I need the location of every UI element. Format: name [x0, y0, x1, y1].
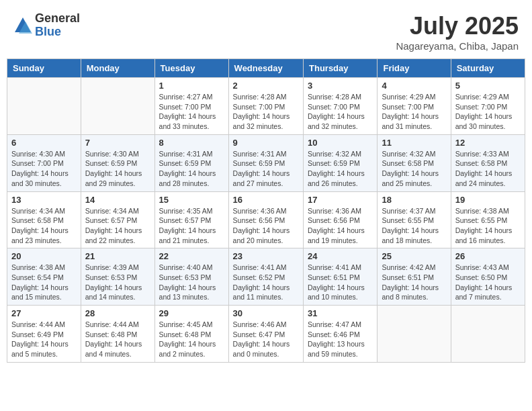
day-info: Sunrise: 4:46 AM Sunset: 6:47 PM Dayligh… [233, 320, 299, 359]
calendar-cell: 2Sunrise: 4:28 AM Sunset: 7:00 PM Daylig… [228, 78, 303, 135]
location: Nagareyama, Chiba, Japan [396, 40, 519, 52]
day-info: Sunrise: 4:28 AM Sunset: 7:00 PM Dayligh… [233, 92, 299, 132]
day-number: 14 [85, 195, 150, 205]
calendar-header: SundayMondayTuesdayWednesdayThursdayFrid… [7, 59, 525, 78]
calendar-cell: 3Sunrise: 4:28 AM Sunset: 7:00 PM Daylig… [304, 78, 378, 135]
calendar-cell: 27Sunrise: 4:44 AM Sunset: 6:49 PM Dayli… [7, 306, 81, 363]
day-number: 31 [308, 308, 373, 318]
calendar-cell: 24Sunrise: 4:41 AM Sunset: 6:51 PM Dayli… [304, 248, 378, 306]
calendar-cell: 7Sunrise: 4:30 AM Sunset: 6:59 PM Daylig… [81, 134, 154, 191]
day-info: Sunrise: 4:32 AM Sunset: 6:58 PM Dayligh… [382, 149, 446, 189]
day-number: 4 [382, 81, 446, 91]
day-number: 28 [85, 308, 150, 318]
weekday-header-row: SundayMondayTuesdayWednesdayThursdayFrid… [7, 59, 525, 78]
day-number: 20 [11, 251, 77, 261]
day-number: 21 [85, 251, 150, 261]
day-number: 26 [455, 251, 521, 261]
day-info: Sunrise: 4:45 AM Sunset: 6:48 PM Dayligh… [159, 320, 224, 359]
title-area: July 2025 Nagareyama, Chiba, Japan [396, 12, 519, 52]
day-number: 3 [308, 81, 373, 91]
day-info: Sunrise: 4:38 AM Sunset: 6:54 PM Dayligh… [11, 263, 77, 302]
calendar-cell: 23Sunrise: 4:41 AM Sunset: 6:52 PM Dayli… [228, 248, 303, 306]
page-header: General Blue July 2025 Nagareyama, Chiba… [7, 7, 525, 56]
day-info: Sunrise: 4:44 AM Sunset: 6:48 PM Dayligh… [85, 320, 150, 359]
calendar-cell: 20Sunrise: 4:38 AM Sunset: 6:54 PM Dayli… [7, 248, 81, 306]
calendar-cell [81, 78, 154, 135]
day-info: Sunrise: 4:33 AM Sunset: 6:58 PM Dayligh… [455, 149, 521, 189]
calendar-cell: 4Sunrise: 4:29 AM Sunset: 7:00 PM Daylig… [378, 78, 451, 135]
calendar-cell: 11Sunrise: 4:32 AM Sunset: 6:58 PM Dayli… [378, 134, 451, 191]
calendar-cell: 13Sunrise: 4:34 AM Sunset: 6:58 PM Dayli… [7, 191, 81, 248]
day-number: 2 [233, 81, 299, 91]
logo: General Blue [13, 12, 80, 39]
weekday-header-wednesday: Wednesday [228, 59, 303, 78]
day-info: Sunrise: 4:31 AM Sunset: 6:59 PM Dayligh… [233, 149, 299, 189]
calendar-cell: 15Sunrise: 4:35 AM Sunset: 6:57 PM Dayli… [154, 191, 228, 248]
day-info: Sunrise: 4:34 AM Sunset: 6:57 PM Dayligh… [85, 206, 150, 246]
day-number: 29 [159, 308, 224, 318]
calendar-week-row: 20Sunrise: 4:38 AM Sunset: 6:54 PM Dayli… [7, 248, 525, 306]
day-info: Sunrise: 4:35 AM Sunset: 6:57 PM Dayligh… [159, 206, 224, 246]
calendar-cell: 29Sunrise: 4:45 AM Sunset: 6:48 PM Dayli… [154, 306, 228, 363]
calendar-cell: 9Sunrise: 4:31 AM Sunset: 6:59 PM Daylig… [228, 134, 303, 191]
calendar-cell: 6Sunrise: 4:30 AM Sunset: 7:00 PM Daylig… [7, 134, 81, 191]
calendar-cell: 5Sunrise: 4:29 AM Sunset: 7:00 PM Daylig… [451, 78, 525, 135]
calendar-cell: 26Sunrise: 4:43 AM Sunset: 6:50 PM Dayli… [451, 248, 525, 306]
day-number: 13 [11, 195, 77, 205]
day-info: Sunrise: 4:32 AM Sunset: 6:59 PM Dayligh… [308, 149, 373, 189]
calendar-cell [378, 306, 451, 363]
day-info: Sunrise: 4:39 AM Sunset: 6:53 PM Dayligh… [85, 263, 150, 302]
day-number: 6 [11, 138, 77, 148]
day-number: 5 [455, 81, 521, 91]
calendar-cell: 28Sunrise: 4:44 AM Sunset: 6:48 PM Dayli… [81, 306, 154, 363]
day-info: Sunrise: 4:37 AM Sunset: 6:55 PM Dayligh… [382, 206, 446, 246]
day-number: 27 [11, 308, 77, 318]
logo-blue-text: Blue [35, 26, 80, 39]
calendar-cell: 30Sunrise: 4:46 AM Sunset: 6:47 PM Dayli… [228, 306, 303, 363]
day-number: 25 [382, 251, 446, 261]
day-info: Sunrise: 4:34 AM Sunset: 6:58 PM Dayligh… [11, 206, 77, 246]
calendar-cell: 8Sunrise: 4:31 AM Sunset: 6:59 PM Daylig… [154, 134, 228, 191]
weekday-header-sunday: Sunday [7, 59, 81, 78]
day-info: Sunrise: 4:47 AM Sunset: 6:46 PM Dayligh… [308, 320, 373, 359]
day-info: Sunrise: 4:27 AM Sunset: 7:00 PM Dayligh… [159, 92, 224, 132]
weekday-header-friday: Friday [378, 59, 451, 78]
calendar-week-row: 27Sunrise: 4:44 AM Sunset: 6:49 PM Dayli… [7, 306, 525, 363]
day-number: 10 [308, 138, 373, 148]
day-number: 18 [382, 195, 446, 205]
calendar-week-row: 6Sunrise: 4:30 AM Sunset: 7:00 PM Daylig… [7, 134, 525, 191]
day-info: Sunrise: 4:29 AM Sunset: 7:00 PM Dayligh… [382, 92, 446, 132]
month-title: July 2025 [396, 12, 519, 40]
day-number: 11 [382, 138, 446, 148]
calendar-cell: 18Sunrise: 4:37 AM Sunset: 6:55 PM Dayli… [378, 191, 451, 248]
calendar-cell: 21Sunrise: 4:39 AM Sunset: 6:53 PM Dayli… [81, 248, 154, 306]
weekday-header-tuesday: Tuesday [154, 59, 228, 78]
day-info: Sunrise: 4:38 AM Sunset: 6:55 PM Dayligh… [455, 206, 521, 246]
calendar-cell: 22Sunrise: 4:40 AM Sunset: 6:53 PM Dayli… [154, 248, 228, 306]
calendar-cell: 17Sunrise: 4:36 AM Sunset: 6:56 PM Dayli… [304, 191, 378, 248]
calendar-cell: 19Sunrise: 4:38 AM Sunset: 6:55 PM Dayli… [451, 191, 525, 248]
calendar-body: 1Sunrise: 4:27 AM Sunset: 7:00 PM Daylig… [7, 78, 525, 363]
day-number: 22 [159, 251, 224, 261]
logo-icon [13, 16, 32, 35]
day-number: 15 [159, 195, 224, 205]
day-number: 30 [233, 308, 299, 318]
day-number: 19 [455, 195, 521, 205]
day-info: Sunrise: 4:36 AM Sunset: 6:56 PM Dayligh… [308, 206, 373, 246]
day-number: 8 [159, 138, 224, 148]
day-number: 17 [308, 195, 373, 205]
calendar-cell: 16Sunrise: 4:36 AM Sunset: 6:56 PM Dayli… [228, 191, 303, 248]
day-info: Sunrise: 4:31 AM Sunset: 6:59 PM Dayligh… [159, 149, 224, 189]
calendar-cell [451, 306, 525, 363]
day-info: Sunrise: 4:30 AM Sunset: 7:00 PM Dayligh… [11, 149, 77, 189]
day-info: Sunrise: 4:40 AM Sunset: 6:53 PM Dayligh… [159, 263, 224, 302]
day-number: 24 [308, 251, 373, 261]
calendar-cell: 12Sunrise: 4:33 AM Sunset: 6:58 PM Dayli… [451, 134, 525, 191]
calendar-cell: 10Sunrise: 4:32 AM Sunset: 6:59 PM Dayli… [304, 134, 378, 191]
day-info: Sunrise: 4:41 AM Sunset: 6:52 PM Dayligh… [233, 263, 299, 302]
calendar-week-row: 13Sunrise: 4:34 AM Sunset: 6:58 PM Dayli… [7, 191, 525, 248]
day-info: Sunrise: 4:41 AM Sunset: 6:51 PM Dayligh… [308, 263, 373, 302]
calendar-cell [7, 78, 81, 135]
day-info: Sunrise: 4:29 AM Sunset: 7:00 PM Dayligh… [455, 92, 521, 132]
calendar-cell: 1Sunrise: 4:27 AM Sunset: 7:00 PM Daylig… [154, 78, 228, 135]
